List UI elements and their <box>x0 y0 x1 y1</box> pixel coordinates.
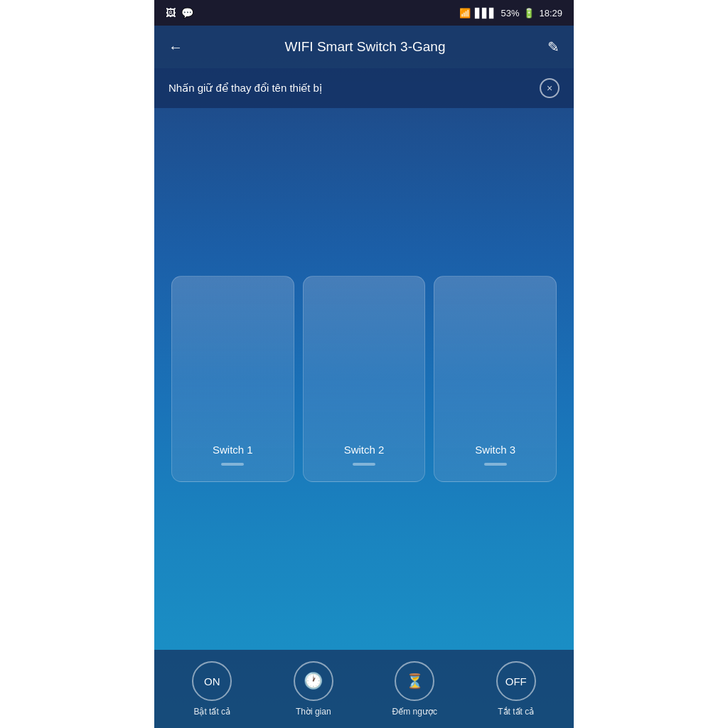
notification-text: Nhấn giữ để thay đổi tên thiết bị <box>168 82 322 95</box>
on-icon-circle: ON <box>192 661 232 701</box>
signal-icon: ▋▋▋ <box>475 8 496 18</box>
back-button[interactable]: ← <box>168 39 183 55</box>
bottom-toolbar: ON Bật tất cả 🕐 Thời gian ⏳ Đếm ngược OF… <box>154 650 574 728</box>
wifi-icon: 📶 <box>459 8 471 18</box>
hourglass-icon: ⏳ <box>406 673 424 690</box>
edit-button[interactable]: ✎ <box>547 38 560 55</box>
clock-icon: 🕐 <box>304 672 323 690</box>
clock-icon-circle: 🕐 <box>294 661 333 701</box>
hourglass-icon-circle: ⏳ <box>395 661 434 701</box>
time-display: 18:29 <box>539 8 562 18</box>
schedule-button[interactable]: 🕐 Thời gian <box>263 661 365 717</box>
off-icon-circle: OFF <box>496 661 536 701</box>
app-header: ← WIFI Smart Switch 3-Gang ✎ <box>154 26 574 68</box>
switches-container: Switch 1 Switch 2 Switch 3 <box>166 276 562 482</box>
status-right-info: 📶 ▋▋▋ 53% 🔋 18:29 <box>459 8 562 18</box>
switch-card-2[interactable]: Switch 2 <box>303 276 426 482</box>
switch-indicator-3 <box>484 463 507 466</box>
switch-indicator-2 <box>353 463 375 466</box>
switch-card-3[interactable]: Switch 3 <box>434 276 557 482</box>
turn-all-on-label: Bật tất cả <box>193 707 230 717</box>
turn-all-off-button[interactable]: OFF Tắt tất cả <box>466 661 567 717</box>
status-left-icons: 🖼 💬 <box>166 7 193 18</box>
switch-indicator-1 <box>221 463 244 466</box>
battery-icon: 🔋 <box>523 8 535 18</box>
turn-all-on-button[interactable]: ON Bật tất cả <box>161 661 263 717</box>
switch-label-1: Switch 1 <box>213 444 253 456</box>
off-icon: OFF <box>505 675 527 687</box>
countdown-label: Đếm ngược <box>392 707 437 717</box>
countdown-button[interactable]: ⏳ Đếm ngược <box>364 661 466 717</box>
turn-all-off-label: Tắt tất cả <box>498 707 534 717</box>
close-notification-button[interactable]: × <box>540 78 560 98</box>
switch-label-3: Switch 3 <box>475 444 515 456</box>
close-icon: × <box>547 82 552 94</box>
switch-label-2: Switch 2 <box>344 444 385 456</box>
battery-percent: 53% <box>500 8 519 18</box>
main-content: Switch 1 Switch 2 Switch 3 <box>154 108 574 650</box>
switch-card-1[interactable]: Switch 1 <box>171 276 294 482</box>
chat-icon: 💬 <box>181 7 193 18</box>
status-bar: 🖼 💬 📶 ▋▋▋ 53% 🔋 18:29 <box>154 0 574 26</box>
notification-banner: Nhấn giữ để thay đổi tên thiết bị × <box>154 68 574 108</box>
image-icon: 🖼 <box>166 7 176 18</box>
page-title: WIFI Smart Switch 3-Gang <box>285 39 446 55</box>
schedule-label: Thời gian <box>296 707 331 717</box>
on-icon: ON <box>204 675 220 687</box>
phone-frame: 🖼 💬 📶 ▋▋▋ 53% 🔋 18:29 ← WIFI Smart Switc… <box>154 0 574 728</box>
